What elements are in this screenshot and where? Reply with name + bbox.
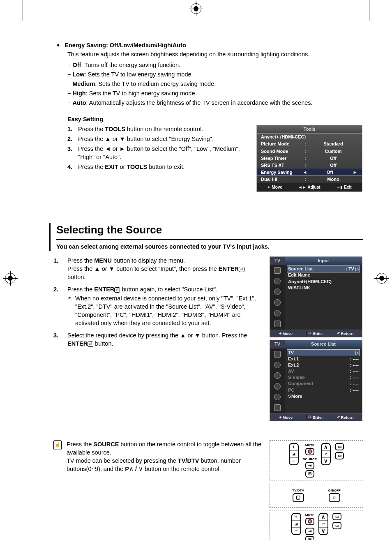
- tools-osd-panel: Tools Anynet+ (HDMI-CEC)Picture Mode:Sta…: [256, 125, 362, 192]
- up-icon: ∧: [322, 444, 330, 450]
- osd-side-icons: [270, 265, 285, 330]
- osd-footer-adjust: ◄► Adjust: [298, 185, 321, 190]
- move-label: Move: [283, 331, 293, 336]
- p-label: P: [319, 520, 327, 528]
- sourcelist-osd-panel: TV Source List TV ▷Ext.1: ----Ext.2: -: [270, 340, 362, 421]
- tools-osd-title: Tools: [257, 125, 362, 134]
- note-arrow-icon: ➣: [67, 294, 72, 327]
- osd-row: PC: ----: [287, 387, 360, 393]
- aux-button-2: ▭: [332, 522, 341, 529]
- energy-saving-heading: Energy Saving: Off/Low/Medium/High/Auto: [65, 41, 186, 49]
- enter-label: ENTER: [94, 286, 114, 293]
- osd-row: Anynet+(HDMI-CEC): [287, 279, 360, 285]
- tvdtv-label: TV/DTV: [292, 488, 304, 493]
- minus-icon: −: [290, 458, 298, 464]
- text: button.: [93, 340, 113, 347]
- sourcelist-osd-title: Source List: [285, 340, 362, 348]
- sound-icon: [274, 278, 281, 284]
- mute-label: MUTE: [305, 443, 315, 448]
- source-label: SOURCE: [93, 441, 119, 448]
- mute-button: 🔇: [305, 518, 314, 525]
- enter-label: ENTER: [67, 340, 88, 347]
- text: Select the required device by pressing t…: [67, 332, 247, 339]
- channel-icon: [274, 372, 281, 379]
- aux-button-2: ▭: [335, 452, 344, 459]
- move-label: Move: [283, 415, 293, 420]
- picture-icon: [274, 351, 281, 358]
- plus-icon: +: [290, 444, 298, 450]
- text: Press the: [67, 257, 94, 264]
- osd-tv-badge: TV: [270, 340, 285, 348]
- easy-step: 2.Press the ▲ or ▼ button to select "Ene…: [67, 135, 249, 143]
- input-icon: [274, 394, 281, 400]
- channel-rocker: ∧ P ∨: [321, 443, 331, 465]
- minus-icon: −: [292, 528, 300, 534]
- text: button to display the menu.: [112, 257, 185, 264]
- text: button again, to select "Source List".: [120, 286, 217, 293]
- menu-label: MENU: [94, 257, 112, 264]
- selecting-source-heading: Selecting the Source: [56, 223, 363, 238]
- step-number: 3.: [53, 331, 62, 348]
- registration-mark-icon: [376, 273, 387, 284]
- osd-enter: ⏎Enter: [307, 331, 323, 336]
- input-osd-title: Input: [285, 257, 362, 265]
- picture-icon: [274, 267, 281, 274]
- tools-osd-row: Anynet+ (HDMI-CEC): [257, 134, 362, 141]
- vol-icon: ◢: [292, 520, 300, 528]
- selecting-source-intro: You can select among external sources co…: [56, 242, 363, 251]
- input-icon: [274, 310, 281, 316]
- remote-diagram-3: + ◢ − MUTE 🔇 ⇥ ⊞ ∧ P: [270, 510, 363, 540]
- energy-saving-item: − Auto: Automatically adjusts the bright…: [67, 99, 363, 107]
- text: Press the: [67, 286, 94, 293]
- osd-row: WISELINK: [287, 285, 360, 291]
- enter-icon: ⏎: [88, 342, 93, 347]
- energy-saving-item: − High: Sets the TV to high energy savin…: [67, 89, 363, 97]
- osd-row: TV ▷: [287, 349, 360, 356]
- energy-saving-item: − Medium: Sets the TV to medium energy s…: [67, 80, 363, 88]
- osd-row: Component: ----: [287, 381, 360, 387]
- easy-step: 3.Press the ◄ or ► button to select the …: [67, 145, 249, 161]
- crop-mark: [369, 0, 369, 21]
- return-label: Return: [341, 331, 354, 336]
- osd-row: ▽More: [287, 393, 360, 399]
- energy-saving-item: − Low: Sets the TV to low energy saving …: [67, 70, 363, 78]
- step-3-body: Select the required device by pressing t…: [67, 331, 262, 348]
- extra-button: ⊞: [305, 536, 314, 540]
- osd-tv-badge: TV: [270, 257, 285, 265]
- tools-osd-row: SRS TS XT:Off: [257, 162, 362, 169]
- wiselink-icon: [274, 321, 281, 327]
- step-2-body: Press the ENTER⏎ button again, to select…: [67, 285, 262, 327]
- remote-diagram-2: TV/DTV ▢ ON/OFF ☼: [270, 483, 363, 508]
- adjust-label: Adjust: [307, 185, 320, 190]
- heading-rule: [56, 239, 363, 240]
- tvdtv-button: ▢: [293, 493, 304, 502]
- enter-icon: ⏎: [307, 415, 312, 420]
- osd-row: AV: ----: [287, 368, 360, 374]
- tools-osd-row: Energy Saving◄Off►: [257, 169, 362, 176]
- diamond-bullet-icon: ♦: [57, 41, 60, 49]
- mute-button: 🔇: [305, 448, 314, 455]
- source-label: SOURCE: [303, 457, 317, 462]
- down-icon: ∨: [322, 458, 330, 464]
- osd-footer-exit: →▮ Exit: [336, 185, 351, 190]
- enter-text: Enter: [313, 331, 323, 336]
- slash: /: [134, 466, 138, 472]
- volume-rocker: + ◢ −: [289, 443, 299, 465]
- text: TV mode can be selected by pressing the: [67, 457, 178, 464]
- osd-side-icons: [270, 348, 285, 413]
- osd-row: Edit Name: [287, 272, 360, 278]
- setup-icon: [274, 299, 281, 306]
- text: Press the: [67, 441, 93, 448]
- enter-icon: ⏎: [307, 331, 312, 336]
- osd-return: ↶Return: [337, 415, 354, 420]
- exit-label: Exit: [344, 185, 351, 190]
- easy-step: 1.Press the TOOLS button on the remote c…: [67, 125, 249, 133]
- step-2-note: When no external device is connected to …: [75, 294, 262, 327]
- up-icon: ∧: [319, 514, 327, 520]
- setup-icon: [274, 383, 281, 390]
- down-icon: ∨: [319, 528, 327, 534]
- text: button.: [67, 274, 85, 280]
- osd-move: ✦Move: [279, 331, 293, 336]
- enter-text: Enter: [313, 415, 323, 420]
- easy-setting-heading: Easy Setting: [67, 115, 363, 123]
